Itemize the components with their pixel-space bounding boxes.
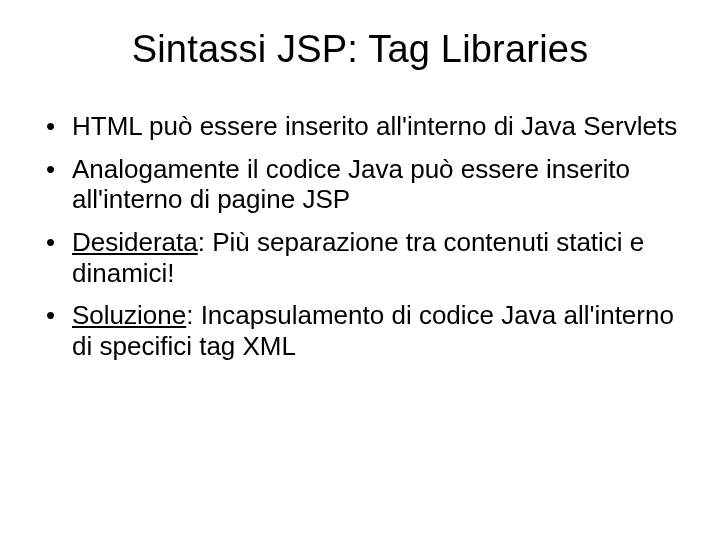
list-item: Soluzione: Incapsulamento di codice Java… [46,300,680,361]
bullet-label: Soluzione [72,300,186,330]
bullet-list: HTML può essere inserito all'interno di … [40,111,680,362]
slide: Sintassi JSP: Tag Libraries HTML può ess… [0,0,720,540]
list-item: Desiderata: Più separazione tra contenut… [46,227,680,288]
bullet-label: Desiderata [72,227,198,257]
list-item: HTML può essere inserito all'interno di … [46,111,680,142]
list-item: Analogamente il codice Java può essere i… [46,154,680,215]
slide-title: Sintassi JSP: Tag Libraries [40,28,680,71]
